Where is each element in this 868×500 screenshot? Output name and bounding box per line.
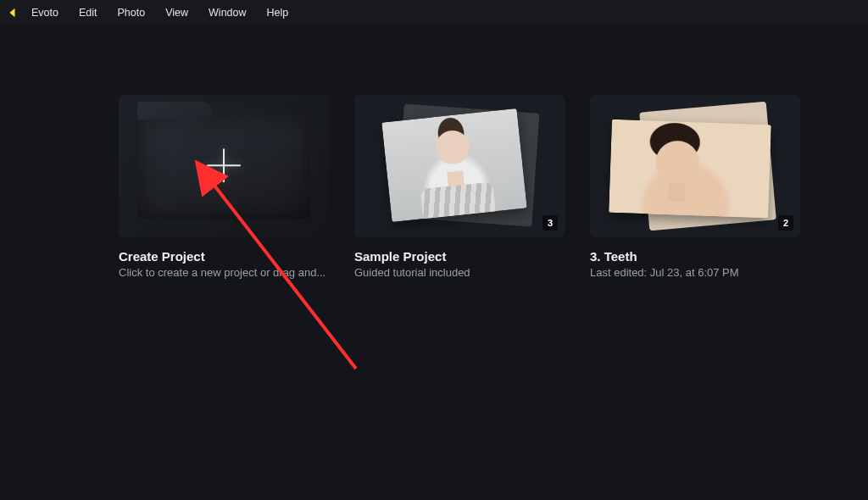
menu-view[interactable]: View [156, 3, 198, 22]
project-tile-teeth[interactable]: 2 [590, 95, 800, 237]
menu-window[interactable]: Window [199, 3, 255, 22]
menu-photo[interactable]: Photo [108, 3, 155, 22]
menu-edit[interactable]: Edit [70, 3, 107, 22]
menu-help[interactable]: Help [258, 3, 298, 22]
project-subtitle: Last edited: Jul 23, at 6:07 PM [590, 266, 800, 279]
menu-evoto[interactable]: Evoto [22, 3, 68, 22]
create-project-title: Create Project [119, 249, 329, 264]
photo-count-badge: 2 [778, 215, 793, 231]
project-card-sample: 3 Sample Project Guided tutorial include… [354, 95, 565, 279]
thumbnail-front [381, 108, 526, 222]
plus-icon [206, 147, 242, 183]
create-project-card: Create Project Click to create a new pro… [119, 95, 329, 279]
create-project-subtitle: Click to create a new project or drag an… [119, 266, 329, 279]
project-subtitle: Guided tutorial included [354, 266, 565, 279]
project-tile-sample[interactable]: 3 [354, 95, 565, 237]
project-card-teeth: 2 3. Teeth Last edited: Jul 23, at 6:07 … [590, 95, 800, 279]
thumbnail-front [609, 119, 771, 218]
project-title: 3. Teeth [590, 249, 800, 264]
project-title: Sample Project [354, 249, 565, 264]
menubar: Evoto Edit Photo View Window Help [0, 0, 868, 25]
create-project-tile[interactable] [119, 95, 329, 237]
project-grid: Create Project Click to create a new pro… [0, 25, 868, 279]
photo-count-badge: 3 [542, 215, 558, 231]
portrait-image [381, 108, 526, 222]
app-logo-icon [5, 6, 19, 19]
portrait-image [609, 119, 771, 218]
